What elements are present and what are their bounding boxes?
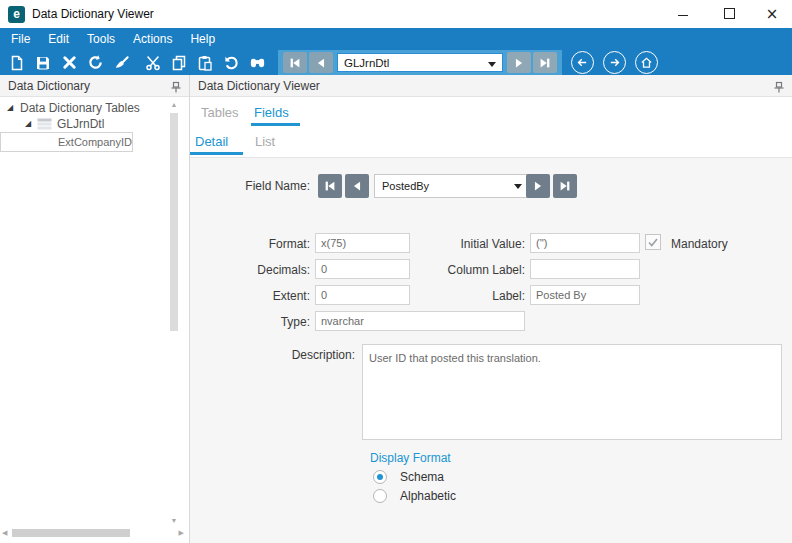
chevron-down-icon <box>514 184 522 189</box>
label-label: Label: <box>390 289 525 303</box>
tree-item-gljrndtl[interactable]: ◢ GLJrnDtl <box>0 116 189 132</box>
sidebar-header: Data Dictionary <box>0 75 189 97</box>
forward-button[interactable] <box>603 51 626 74</box>
record-navigator: GLJrnDtl <box>278 50 562 75</box>
expander-icon[interactable]: ◢ <box>25 116 31 132</box>
find-icon[interactable] <box>244 51 270 74</box>
app-window: e Data Dictionary Viewer × File Edit Too… <box>0 0 792 543</box>
scroll-up-icon[interactable]: ▲ <box>167 100 181 110</box>
undo-icon[interactable] <box>218 51 244 74</box>
refresh-icon[interactable] <box>82 51 108 74</box>
tab-fields[interactable]: Fields <box>254 105 289 120</box>
title-bar: e Data Dictionary Viewer × <box>0 0 792 28</box>
scroll-thumb[interactable] <box>12 529 130 537</box>
scroll-right-icon[interactable]: ▶ <box>179 528 184 538</box>
main-content: Tables Fields Detail List Field Name: Po… <box>190 98 792 543</box>
main-title: Data Dictionary Viewer <box>198 79 320 93</box>
tree-item-root[interactable]: ◢ Data Dictionary Tables <box>0 100 189 116</box>
field-previous-button[interactable] <box>345 174 369 198</box>
record-last-button[interactable] <box>533 52 557 73</box>
tree-vertical-scrollbar[interactable]: ▲ ▼ <box>167 100 181 526</box>
close-button[interactable]: × <box>752 0 792 28</box>
format-label: Format: <box>190 237 310 251</box>
display-format-title: Display Format <box>370 451 451 465</box>
scroll-left-icon[interactable]: ◀ <box>2 528 7 538</box>
toolbar: GLJrnDtl <box>0 50 792 75</box>
menu-item-help[interactable]: Help <box>181 28 224 50</box>
radio-dot <box>377 474 383 480</box>
scroll-down-icon[interactable]: ▼ <box>167 516 181 526</box>
description-field[interactable]: User ID that posted this translation. <box>362 344 782 440</box>
menu-item-tools[interactable]: Tools <box>78 28 124 50</box>
tab-fields-underline <box>251 123 300 126</box>
clear-icon[interactable] <box>108 51 134 74</box>
new-icon[interactable] <box>4 51 30 74</box>
tab-detail-underline <box>190 152 243 155</box>
tab-tables[interactable]: Tables <box>201 105 239 120</box>
field-next-button[interactable] <box>526 174 550 198</box>
field-first-button[interactable] <box>318 174 342 198</box>
initial-value-field[interactable]: ('') <box>530 233 640 253</box>
cut-icon[interactable] <box>140 51 166 74</box>
scroll-thumb[interactable] <box>170 113 178 331</box>
paste-icon[interactable] <box>192 51 218 74</box>
mandatory-label: Mandatory <box>671 237 751 251</box>
menu-item-actions[interactable]: Actions <box>124 28 181 50</box>
maximize-icon <box>724 8 735 19</box>
tree-root-label: Data Dictionary Tables <box>20 101 140 115</box>
window-title: Data Dictionary Viewer <box>32 7 154 21</box>
decimals-label: Decimals: <box>190 263 310 277</box>
record-next-button[interactable] <box>507 52 531 73</box>
type-field[interactable]: nvarchar <box>315 311 525 331</box>
tree-horizontal-scrollbar[interactable]: ◀ ▶ <box>2 527 184 539</box>
radio-alphabetic[interactable] <box>373 489 387 503</box>
mandatory-checkbox[interactable] <box>645 234 661 250</box>
data-dictionary-tree: ◢ Data Dictionary Tables ◢ GLJrnDtl Comp… <box>0 98 189 525</box>
radio-alphabetic-label: Alphabetic <box>400 489 456 503</box>
label-field[interactable]: Posted By <box>530 285 640 305</box>
tree-table-label: GLJrnDtl <box>57 117 104 131</box>
tab-list[interactable]: List <box>255 134 275 149</box>
tree-item-extcompanyid[interactable]: ExtCompanyID <box>0 132 133 152</box>
detail-pane: Field Name: PostedBy Format <box>190 158 792 543</box>
column-label-field[interactable] <box>530 259 640 279</box>
record-previous-button[interactable] <box>309 52 333 73</box>
menu-item-file[interactable]: File <box>2 28 39 50</box>
table-combo-value: GLJrnDtl <box>344 57 389 69</box>
main-panel: Data Dictionary Viewer Tables Fields Det… <box>190 75 792 543</box>
delete-icon[interactable] <box>56 51 82 74</box>
type-label: Type: <box>190 315 310 329</box>
expander-icon[interactable]: ◢ <box>7 100 13 116</box>
back-button[interactable] <box>571 51 594 74</box>
radio-schema-label: Schema <box>400 470 444 484</box>
field-name-value: PostedBy <box>382 180 429 192</box>
menu-bar: File Edit Tools Actions Help <box>0 28 792 50</box>
field-last-button[interactable] <box>553 174 577 198</box>
close-icon: × <box>766 5 779 23</box>
extent-label: Extent: <box>190 289 310 303</box>
sidebar-panel: Data Dictionary ◢ Data Dictionary Tables… <box>0 75 189 543</box>
main-header: Data Dictionary Viewer <box>190 75 792 97</box>
menu-item-edit[interactable]: Edit <box>39 28 78 50</box>
home-button[interactable] <box>635 51 658 74</box>
radio-schema[interactable] <box>373 470 387 484</box>
chevron-down-icon <box>488 62 496 67</box>
initial-value-label: Initial Value: <box>390 237 525 251</box>
minimize-button[interactable] <box>660 0 705 28</box>
copy-icon[interactable] <box>166 51 192 74</box>
table-combo[interactable]: GLJrnDtl <box>337 53 503 72</box>
sidebar-title: Data Dictionary <box>8 79 90 93</box>
check-icon <box>648 238 658 247</box>
description-label: Description: <box>190 348 355 362</box>
maximize-button[interactable] <box>707 0 752 28</box>
minimize-icon <box>678 15 688 16</box>
field-name-label: Field Name: <box>190 179 310 193</box>
column-label-label: Column Label: <box>390 263 525 277</box>
field-name-combo[interactable]: PostedBy <box>374 174 529 198</box>
save-icon[interactable] <box>30 51 56 74</box>
tab-detail[interactable]: Detail <box>195 134 228 149</box>
app-logo-icon: e <box>8 6 25 23</box>
record-first-button[interactable] <box>283 52 307 73</box>
